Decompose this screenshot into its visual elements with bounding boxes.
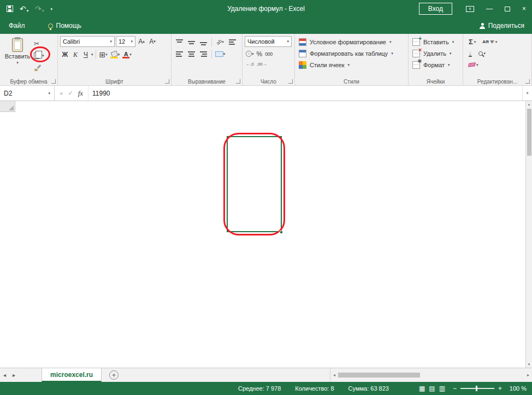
font-family-select[interactable]: Calibri▾ xyxy=(60,36,115,47)
conditional-formatting-button[interactable]: Условное форматирование ▾ xyxy=(297,36,406,48)
caret-down-icon: ▾ xyxy=(484,51,486,56)
italic-button[interactable]: К xyxy=(70,49,80,60)
autosum-button[interactable]: Σ▾ xyxy=(469,38,476,46)
status-sum[interactable]: Сумма: 63 823 xyxy=(348,385,389,392)
tellme-label: Помощь xyxy=(56,22,81,30)
accounting-format-button[interactable]: ▾ xyxy=(246,51,254,57)
vertical-scrollbar[interactable]: ▴ ▾ xyxy=(525,101,532,368)
name-box[interactable]: D2▾ xyxy=(0,86,55,101)
tellme-tab[interactable]: Помощь xyxy=(44,17,86,34)
alignment-group: ab▾ ▾ Выравнивание xyxy=(172,34,243,85)
align-right-button[interactable] xyxy=(198,49,209,60)
status-average[interactable]: Среднее: 7 978 xyxy=(238,385,281,392)
align-middle-button[interactable] xyxy=(186,37,197,48)
decrease-decimal-button[interactable]: ,00→ xyxy=(257,62,267,67)
font-color-button[interactable]: А▾ xyxy=(121,49,133,60)
align-bottom-button[interactable] xyxy=(198,37,209,48)
zoom-slider-thumb[interactable] xyxy=(476,386,477,391)
merge-center-button[interactable]: ▾ xyxy=(215,49,226,60)
vertical-scrollbar-thumb[interactable] xyxy=(527,109,531,156)
wrap-text-button[interactable] xyxy=(227,37,238,48)
scroll-left-icon[interactable]: ◂ xyxy=(330,373,338,378)
paste-button[interactable]: Вставить ▾ xyxy=(2,36,33,77)
cell-styles-button[interactable]: Стили ячеек ▾ xyxy=(297,59,406,70)
insert-function-button[interactable]: fx xyxy=(78,89,83,98)
increase-font-button[interactable]: A▴ xyxy=(137,36,146,47)
sort-filter-button[interactable]: АЯ▾ xyxy=(482,39,497,44)
align-left-button[interactable] xyxy=(174,49,185,60)
increase-decimal-button[interactable]: ←,0 xyxy=(246,62,254,67)
font-size-select[interactable]: 12▾ xyxy=(116,36,135,47)
horizontal-scrollbar[interactable]: ◂ ▸ xyxy=(330,368,532,382)
fill-handle[interactable] xyxy=(280,231,283,234)
expand-formula-bar-icon[interactable]: ▾ xyxy=(522,86,532,101)
percent-style-button[interactable]: % xyxy=(257,50,263,58)
comma-style-button[interactable]: 000 xyxy=(265,51,273,57)
scroll-right-icon[interactable]: ▸ xyxy=(524,373,532,378)
share-button[interactable]: Поделиться xyxy=(472,17,532,34)
worksheet-area: ▴ ▾ xyxy=(0,101,532,368)
number-group: Числовой▾ ▾ % 000 ←,0 ,00→ Число xyxy=(243,34,295,85)
alignment-dialog-launcher[interactable] xyxy=(236,79,240,84)
horizontal-scrollbar-thumb[interactable] xyxy=(338,373,420,378)
status-count[interactable]: Количество: 8 xyxy=(295,385,334,392)
sheet-tab[interactable]: microexcel.ru xyxy=(42,368,102,382)
sign-in-button[interactable]: Вход xyxy=(419,3,452,15)
borders-button[interactable]: ⊞▾ xyxy=(98,49,109,60)
ribbon-options-box-icon: ∧ xyxy=(466,6,474,12)
fill-color-button[interactable]: ▾ xyxy=(109,49,121,60)
caret-down-icon: ▾ xyxy=(27,9,29,13)
share-label: Поделиться xyxy=(488,22,524,30)
ribbon-display-options-icon[interactable]: ∧ xyxy=(460,0,480,17)
clipboard-small-buttons: ✂ ▾ xyxy=(33,36,45,77)
sheet-nav-left-icon[interactable]: ◂ xyxy=(0,372,9,378)
enter-icon[interactable]: ✓ xyxy=(68,90,73,97)
number-format-select[interactable]: Числовой▾ xyxy=(245,36,292,47)
customize-qat-icon[interactable]: ▾ xyxy=(51,7,53,11)
format-cells-button[interactable]: ✱ Формат ▾ xyxy=(411,59,460,70)
zoom-level[interactable]: 100 % xyxy=(506,385,527,392)
zoom-in-icon[interactable]: + xyxy=(498,385,502,392)
zoom-slider[interactable] xyxy=(460,388,494,389)
tab-file[interactable]: Файл xyxy=(0,17,34,34)
editing-group-label: Редактирован... xyxy=(463,79,531,85)
minimize-button[interactable]: — xyxy=(480,0,499,17)
number-dialog-launcher[interactable] xyxy=(288,79,293,84)
close-button[interactable]: × xyxy=(516,0,532,17)
orientation-button[interactable]: ab▾ xyxy=(215,37,226,48)
scroll-down-icon[interactable]: ▾ xyxy=(528,361,530,368)
cut-button[interactable]: ✂ xyxy=(33,39,45,48)
fill-button[interactable]: ↓ xyxy=(469,50,472,57)
formula-input[interactable]: 11990 xyxy=(88,86,522,101)
scroll-up-icon[interactable]: ▴ xyxy=(528,101,530,108)
align-center-button[interactable] xyxy=(186,49,197,60)
caret-down-icon: ▾ xyxy=(347,63,350,67)
cancel-icon[interactable]: × xyxy=(60,90,63,97)
delete-cells-button[interactable]: × Удалить ▾ xyxy=(411,48,460,59)
underline-button[interactable]: Ч xyxy=(81,49,91,60)
clear-button[interactable]: ▾ xyxy=(469,63,478,67)
save-icon[interactable] xyxy=(7,5,13,12)
bold-button[interactable]: Ж xyxy=(60,49,70,60)
decrease-font-button[interactable]: A▾ xyxy=(147,36,157,47)
copy-button[interactable]: ▾ xyxy=(33,51,45,60)
cell-styles-icon xyxy=(299,61,306,69)
new-sheet-button[interactable]: + xyxy=(109,370,119,380)
sheet-nav-right-icon[interactable]: ▸ xyxy=(9,372,19,378)
format-as-table-button[interactable]: Форматировать как таблицу ▾ xyxy=(297,48,406,59)
page-break-view-icon[interactable]: ▥ xyxy=(439,385,445,392)
page-layout-view-icon[interactable]: ▤ xyxy=(429,385,435,392)
insert-cells-button[interactable]: + Вставить ▾ xyxy=(411,36,460,48)
zoom-out-icon[interactable]: − xyxy=(453,385,457,392)
font-dialog-launcher[interactable] xyxy=(165,79,169,84)
clipboard-dialog-launcher[interactable] xyxy=(51,79,56,84)
undo-icon[interactable]: ↶▾ xyxy=(20,5,28,13)
align-top-button[interactable] xyxy=(174,37,185,48)
maximize-button[interactable] xyxy=(499,0,516,17)
find-select-button[interactable]: ▾ xyxy=(478,51,486,56)
format-painter-button[interactable] xyxy=(33,63,45,72)
redo-icon[interactable]: ↷▾ xyxy=(35,5,44,13)
editing-dialog-launcher[interactable] xyxy=(525,79,530,84)
normal-view-icon[interactable]: ▦ xyxy=(419,385,425,392)
select-all-button[interactable] xyxy=(0,101,15,112)
